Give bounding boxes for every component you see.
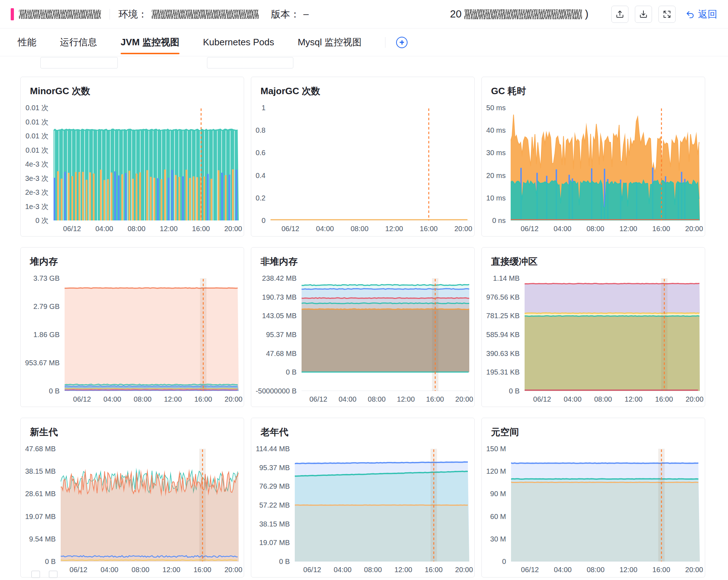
tab-jvm-monitor[interactable]: JVM 监控视图 xyxy=(121,29,180,56)
brand-bar xyxy=(11,8,14,20)
y-tick: 30 ms xyxy=(482,148,506,157)
x-tick: 08:00 xyxy=(359,566,387,574)
add-tab-button[interactable] xyxy=(396,37,408,48)
timestamp-suffix: ) xyxy=(585,8,588,20)
back-label: 返回 xyxy=(698,8,717,21)
partial-control-left[interactable] xyxy=(40,57,118,68)
x-tick: 06/12 xyxy=(58,225,86,233)
download-button[interactable] xyxy=(635,6,652,23)
chart-card-majorgc-count: MajorGC 次数10.80.60.40.2006/1204:0008:001… xyxy=(251,77,475,236)
y-tick: 781.25 KB xyxy=(482,311,520,320)
chart-plot[interactable] xyxy=(54,108,239,220)
back-button[interactable]: 返回 xyxy=(686,8,717,21)
chart-plot[interactable] xyxy=(302,278,469,391)
y-tick: 0.01 次 xyxy=(21,132,49,140)
y-tick: 30 M xyxy=(482,535,506,543)
y-tick: 2.79 GB xyxy=(21,302,60,311)
chart-card-gc-time: GC 耗时50 ms40 ms30 ms20 ms10 ms0 ns06/120… xyxy=(481,77,705,236)
tab-kubernetes-pods[interactable]: Kubernetes Pods xyxy=(203,29,274,56)
chart-plot[interactable] xyxy=(61,449,239,561)
charts-grid: MinorGC 次数0.01 次0.01 次0.01 次0.01 次4e-3 次… xyxy=(20,77,705,578)
x-tick: 12:00 xyxy=(155,225,183,233)
tab-mysql-monitor[interactable]: Mysql 监控视图 xyxy=(298,29,362,56)
chart-title: 元空间 xyxy=(491,426,519,438)
y-tick: 90 M xyxy=(482,489,506,498)
chart-plot[interactable] xyxy=(511,449,700,561)
version-value: – xyxy=(303,9,309,20)
chart-plot[interactable] xyxy=(295,449,469,561)
y-tick: 0.01 次 xyxy=(21,103,49,112)
chart-card-direct-buffer: 直接缓冲区1.14 MB976.56 KB781.25 KB585.94 KB3… xyxy=(481,247,705,407)
y-tick: 190.73 MB xyxy=(251,293,297,301)
y-tick: 60 M xyxy=(482,512,506,521)
timestamp-prefix: 20 xyxy=(450,8,461,20)
y-tick: 0.6 xyxy=(251,148,266,157)
undo-icon xyxy=(686,10,695,19)
x-tick: 08:00 xyxy=(126,566,155,574)
x-tick: 16:00 xyxy=(647,225,676,233)
x-tick: 12:00 xyxy=(159,395,187,403)
y-tick: 9.54 MB xyxy=(21,535,56,543)
x-tick: 16:00 xyxy=(189,395,217,403)
y-tick: 47.68 MB xyxy=(251,349,297,358)
chart-title: MajorGC 次数 xyxy=(261,85,320,97)
y-tick: 150 M xyxy=(482,444,506,453)
chart-card-heap-memory: 堆内存3.73 GB2.79 GB1.86 GB953.67 MB0 B06/1… xyxy=(20,247,244,407)
x-tick: 16:00 xyxy=(414,225,443,233)
x-tick: 04:00 xyxy=(311,225,339,233)
fullscreen-button[interactable] xyxy=(658,6,676,23)
x-tick: 12:00 xyxy=(619,395,648,403)
export-button[interactable] xyxy=(611,6,628,23)
partial-checkbox-2[interactable] xyxy=(49,571,57,578)
y-tick: 38.15 MB xyxy=(21,467,56,475)
chart-title: 新生代 xyxy=(30,426,58,438)
y-tick: 0 B xyxy=(251,368,297,376)
chart-plot[interactable] xyxy=(65,278,239,391)
tab-performance[interactable]: 性能 xyxy=(18,29,36,56)
y-tick: 953.67 MB xyxy=(21,358,60,367)
chart-plot[interactable] xyxy=(271,108,469,220)
x-tick: 20:00 xyxy=(680,225,705,233)
y-tick: 0.2 xyxy=(251,194,266,202)
x-tick: 20:00 xyxy=(680,395,705,403)
y-tick: 1 xyxy=(251,103,266,112)
fullscreen-icon xyxy=(662,10,672,19)
x-tick: 12:00 xyxy=(157,566,186,574)
version-label: 版本： xyxy=(271,8,300,21)
y-tick: 0.01 次 xyxy=(21,118,49,126)
y-tick: 47.68 MB xyxy=(21,444,56,453)
x-tick: 16:00 xyxy=(421,395,449,403)
chart-card-metaspace: 元空间150 M120 M90 M60 M30 M006/1204:0008:0… xyxy=(481,418,705,578)
redacted-env-value[interactable] xyxy=(152,10,259,19)
y-tick: 1e-3 次 xyxy=(21,202,49,211)
partial-control-right[interactable] xyxy=(207,57,293,68)
x-tick: 06/12 xyxy=(276,225,305,233)
x-tick: 12:00 xyxy=(389,566,418,574)
y-tick: 57.22 MB xyxy=(251,501,290,509)
header: 环境： 版本： – 20 ) 返回 xyxy=(0,0,728,29)
y-tick: 1.14 MB xyxy=(482,274,520,283)
x-tick: 12:00 xyxy=(614,566,643,574)
chart-title: MinorGC 次数 xyxy=(30,85,90,97)
y-tick: 40 ms xyxy=(482,126,506,134)
partial-checkbox-1[interactable] xyxy=(31,571,40,578)
x-tick: 20:00 xyxy=(219,566,244,574)
redacted-app-title xyxy=(19,10,101,19)
x-tick: 06/12 xyxy=(68,395,96,403)
export-icon xyxy=(615,10,625,19)
chart-plot[interactable] xyxy=(525,278,700,391)
y-tick: 20 ms xyxy=(482,171,506,180)
y-tick: 0 xyxy=(482,557,506,566)
x-tick: 08:00 xyxy=(363,395,391,403)
y-tick: 0 B xyxy=(21,387,60,395)
y-tick: 28.61 MB xyxy=(21,489,56,498)
y-tick: 114.44 MB xyxy=(251,444,290,453)
y-tick: 120 M xyxy=(482,467,506,475)
y-tick: 0.8 xyxy=(251,126,266,134)
x-tick: 06/12 xyxy=(304,395,333,403)
tab-runtime-info[interactable]: 运行信息 xyxy=(60,29,97,56)
y-tick: 0 B xyxy=(251,557,290,566)
x-tick: 20:00 xyxy=(680,566,705,574)
chart-plot[interactable] xyxy=(511,108,700,220)
y-tick: 19.07 MB xyxy=(21,512,56,521)
